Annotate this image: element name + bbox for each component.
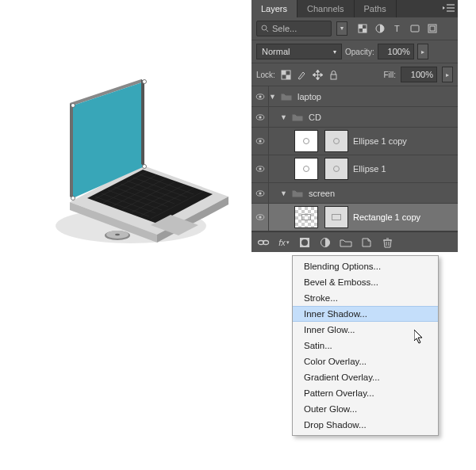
lock-label: Lock: [256,71,275,79]
svg-rect-39 [359,25,363,29]
filter-type-icon[interactable]: T [390,21,405,36]
svg-point-63 [259,167,261,170]
svg-rect-43 [411,25,419,32]
new-layer-icon[interactable] [359,235,374,250]
svg-point-31 [71,197,75,201]
group-icon[interactable] [339,235,353,250]
svg-point-57 [259,95,261,97]
layer-name: Ellipse 1 [351,164,386,174]
lock-pixels-icon[interactable] [296,68,309,81]
menu-item[interactable]: Outer Glow... [293,401,438,417]
menu-item[interactable]: Stroke... [293,290,438,306]
blend-mode-select[interactable]: Normal ▾ [256,44,342,59]
mouse-cursor-icon [414,330,425,346]
lock-all-icon[interactable] [328,68,340,81]
trash-icon[interactable] [380,235,394,250]
tab-channels[interactable]: Channels [298,0,354,17]
tab-paths[interactable]: Paths [355,0,397,17]
filter-text: Sele... [272,24,297,33]
filter-shape-icon[interactable] [408,21,422,36]
menu-item[interactable]: Inner Shadow... [293,306,438,322]
layer-thumbnail [294,130,318,152]
menu-item[interactable]: Color Overlay... [293,353,438,369]
layer-name: screen [307,189,335,198]
visibility-toggle[interactable] [251,128,269,155]
layer-row[interactable]: Ellipse 1 [251,155,458,183]
svg-point-36 [262,25,267,30]
panel-tabs: Layers Channels Paths [251,0,458,17]
tab-layers[interactable]: Layers [251,0,298,17]
filter-row: Sele... ▾ T [251,17,458,40]
lock-position-icon[interactable] [312,68,324,81]
visibility-toggle[interactable] [251,107,269,127]
svg-point-3 [115,234,120,235]
svg-point-59 [259,116,261,118]
svg-marker-51 [317,70,320,72]
visibility-toggle[interactable] [251,183,269,203]
svg-rect-47 [282,71,286,75]
layer-name: laptop [296,92,321,101]
layer-name: Ellipse 1 copy [351,136,407,146]
blend-row: Normal ▾ Opacity: 100% ▸ [251,40,458,63]
link-icon[interactable] [256,235,271,250]
lock-transparency-icon[interactable] [280,68,293,81]
fill-input[interactable]: 100% [401,67,437,82]
opacity-input[interactable]: 100% [378,44,414,59]
canvas-area [0,0,254,470]
filter-dropdown[interactable]: ▾ [336,21,347,36]
disclosure-triangle[interactable]: ▼ [280,113,288,121]
layers-panel: Layers Channels Paths Sele... ▾ T Normal… [251,0,458,252]
menu-item[interactable]: Drop Shadow... [293,417,438,433]
svg-point-67 [259,216,261,218]
layer-row[interactable]: Ellipse 1 copy [251,128,458,155]
visibility-toggle[interactable] [251,204,269,231]
svg-marker-53 [313,73,315,76]
menu-item[interactable]: Pattern Overlay... [293,385,438,401]
svg-marker-25 [70,103,73,199]
layer-row[interactable]: ▼screen [251,183,458,204]
fill-label: Fill: [383,71,396,79]
layer-name: CD [307,113,321,122]
svg-point-71 [301,239,308,246]
fx-icon[interactable]: fx▾ [277,235,291,250]
opacity-dropdown[interactable]: ▸ [417,44,428,59]
svg-marker-35 [443,6,445,10]
svg-marker-54 [321,73,323,76]
menu-item[interactable]: Blending Options... [293,258,438,274]
menu-item[interactable]: Gradient Overlay... [293,369,438,385]
vector-mask-thumbnail [324,206,348,228]
vector-mask-thumbnail [324,130,348,152]
menu-item[interactable]: Bevel & Emboss... [293,274,438,290]
layer-row[interactable]: ▼CD [251,107,458,128]
fill-dropdown[interactable]: ▸ [442,67,453,82]
svg-rect-55 [331,75,336,79]
filter-adjustment-icon[interactable] [373,21,387,36]
layer-row[interactable]: ▼laptop [251,86,458,107]
lock-row: Lock: Fill: 100% ▸ [251,63,458,86]
layer-row[interactable]: Rectangle 1 copy [251,204,458,231]
filter-pixel-icon[interactable] [355,21,370,36]
vector-mask-thumbnail [324,158,348,180]
svg-rect-40 [363,29,367,32]
adjustment-icon[interactable] [318,235,332,250]
opacity-label: Opacity: [345,48,374,56]
layer-thumbnail [294,206,318,228]
fx-context-menu: Blending Options...Bevel & Emboss...Stro… [292,255,439,436]
svg-rect-45 [430,26,435,31]
svg-text:T: T [394,24,400,33]
panel-menu-button[interactable] [443,3,455,14]
svg-marker-52 [317,78,320,80]
svg-marker-77 [414,330,422,343]
visibility-toggle[interactable] [251,155,269,182]
svg-rect-48 [286,75,291,79]
svg-marker-27 [141,79,144,166]
filter-smart-icon[interactable] [425,21,440,36]
layer-filter-select[interactable]: Sele... [256,21,332,36]
disclosure-triangle[interactable]: ▼ [269,93,277,101]
layer-thumbnail [294,158,318,180]
laptop-illustration [56,79,238,262]
visibility-toggle[interactable] [251,86,269,106]
blend-mode-value: Normal [262,47,290,56]
disclosure-triangle[interactable]: ▼ [280,189,288,197]
mask-icon[interactable] [298,235,312,250]
